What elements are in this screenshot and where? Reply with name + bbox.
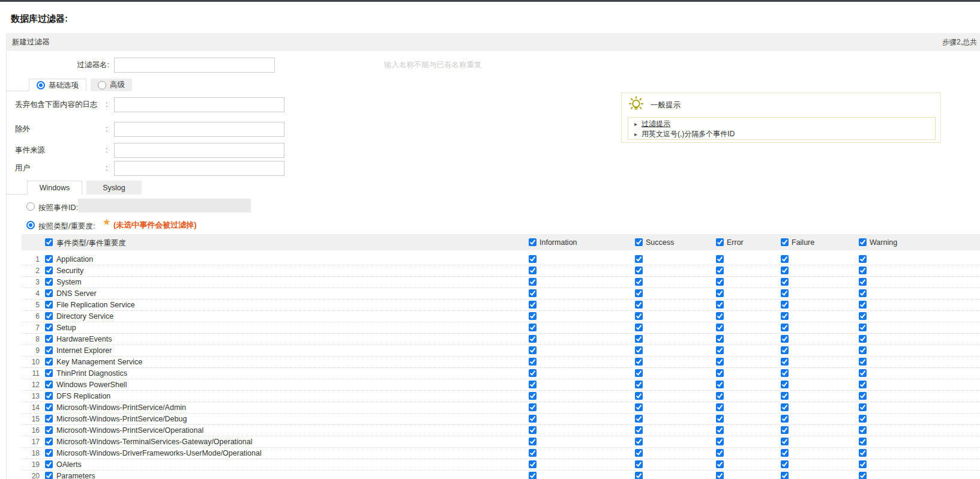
cell-checkbox-warning[interactable] [859, 312, 867, 320]
row-select-checkbox[interactable] [45, 381, 53, 388]
cell-checkbox-information[interactable] [529, 472, 537, 479]
cell-checkbox-information[interactable] [529, 346, 537, 354]
cell-checkbox-information[interactable] [529, 278, 537, 286]
cell-checkbox-warning[interactable] [859, 403, 867, 411]
cell-checkbox-information[interactable] [529, 460, 537, 468]
cell-checkbox-success[interactable] [635, 369, 643, 377]
cell-checkbox-failure[interactable] [781, 324, 789, 331]
cell-checkbox-failure[interactable] [781, 289, 789, 297]
filter-name-input[interactable] [114, 58, 275, 73]
col-error-checkbox[interactable] [716, 238, 724, 246]
cell-checkbox-information[interactable] [529, 392, 537, 400]
cell-checkbox-error[interactable] [716, 426, 724, 434]
row-select-checkbox[interactable] [45, 403, 53, 411]
row-select-checkbox[interactable] [45, 415, 53, 423]
cell-checkbox-error[interactable] [716, 278, 724, 286]
log-tab-windows[interactable]: Windows [27, 181, 82, 194]
cell-checkbox-information[interactable] [529, 324, 537, 331]
cell-checkbox-error[interactable] [716, 346, 724, 354]
cell-checkbox-error[interactable] [716, 369, 724, 377]
cell-checkbox-information[interactable] [529, 358, 537, 366]
cell-checkbox-failure[interactable] [781, 346, 789, 354]
cell-checkbox-information[interactable] [529, 312, 537, 320]
cell-checkbox-failure[interactable] [781, 415, 789, 423]
cell-checkbox-failure[interactable] [781, 301, 789, 309]
cell-checkbox-error[interactable] [716, 460, 724, 468]
cell-checkbox-failure[interactable] [781, 438, 789, 445]
cell-checkbox-error[interactable] [716, 289, 724, 297]
cell-checkbox-warning[interactable] [859, 267, 867, 274]
row-select-checkbox[interactable] [45, 267, 53, 274]
cell-checkbox-information[interactable] [529, 369, 537, 377]
cell-checkbox-error[interactable] [716, 472, 724, 479]
row-select-checkbox[interactable] [45, 460, 53, 468]
cell-checkbox-information[interactable] [529, 415, 537, 423]
cell-checkbox-error[interactable] [716, 267, 724, 274]
cell-checkbox-warning[interactable] [859, 324, 867, 331]
cell-checkbox-information[interactable] [529, 301, 537, 309]
cell-checkbox-warning[interactable] [859, 289, 867, 297]
row-select-checkbox[interactable] [45, 312, 53, 320]
cell-checkbox-success[interactable] [635, 358, 643, 366]
cell-checkbox-error[interactable] [716, 301, 724, 309]
cell-checkbox-success[interactable] [635, 289, 643, 297]
cell-checkbox-warning[interactable] [859, 426, 867, 434]
cell-checkbox-error[interactable] [716, 335, 724, 343]
col-warning-checkbox[interactable] [859, 238, 867, 246]
col-success-checkbox[interactable] [635, 238, 643, 246]
discard-contains-input[interactable] [114, 97, 284, 112]
cell-checkbox-warning[interactable] [859, 278, 867, 286]
row-select-checkbox[interactable] [45, 426, 53, 434]
cell-checkbox-warning[interactable] [859, 381, 867, 388]
row-select-checkbox[interactable] [45, 335, 53, 343]
cell-checkbox-failure[interactable] [781, 255, 789, 263]
cell-checkbox-success[interactable] [635, 267, 643, 274]
cell-checkbox-failure[interactable] [781, 381, 789, 388]
cell-checkbox-failure[interactable] [781, 267, 789, 274]
cell-checkbox-success[interactable] [635, 335, 643, 343]
cell-checkbox-failure[interactable] [781, 335, 789, 343]
cell-checkbox-error[interactable] [716, 449, 724, 457]
cell-checkbox-information[interactable] [529, 289, 537, 297]
cell-checkbox-success[interactable] [635, 426, 643, 434]
cell-checkbox-information[interactable] [529, 438, 537, 445]
except-input[interactable] [114, 122, 284, 137]
mode-tab-basic[interactable]: 基础选项 [29, 79, 86, 91]
cell-checkbox-warning[interactable] [859, 301, 867, 309]
cell-checkbox-error[interactable] [716, 438, 724, 445]
cell-checkbox-error[interactable] [716, 312, 724, 320]
cell-checkbox-warning[interactable] [859, 392, 867, 400]
cell-checkbox-error[interactable] [716, 392, 724, 400]
cell-checkbox-failure[interactable] [781, 460, 789, 468]
cell-checkbox-information[interactable] [529, 426, 537, 434]
cell-checkbox-warning[interactable] [859, 369, 867, 377]
cell-checkbox-warning[interactable] [859, 460, 867, 468]
row-select-checkbox[interactable] [45, 324, 53, 331]
by-event-id-radio[interactable] [26, 202, 35, 211]
cell-checkbox-warning[interactable] [859, 472, 867, 479]
cell-checkbox-success[interactable] [635, 438, 643, 445]
cell-checkbox-success[interactable] [635, 472, 643, 479]
cell-checkbox-error[interactable] [716, 324, 724, 331]
row-select-checkbox[interactable] [45, 438, 53, 445]
cell-checkbox-error[interactable] [716, 415, 724, 423]
cell-checkbox-error[interactable] [716, 381, 724, 388]
cell-checkbox-failure[interactable] [781, 312, 789, 320]
cell-checkbox-failure[interactable] [781, 358, 789, 366]
row-select-checkbox[interactable] [45, 392, 53, 400]
mode-tab-advanced[interactable]: 高级 [91, 79, 132, 91]
row-select-checkbox[interactable] [45, 346, 53, 354]
cell-checkbox-warning[interactable] [859, 449, 867, 457]
cell-checkbox-success[interactable] [635, 278, 643, 286]
row-select-checkbox[interactable] [45, 369, 53, 377]
cell-checkbox-warning[interactable] [859, 415, 867, 423]
col-failure-checkbox[interactable] [781, 238, 789, 246]
cell-checkbox-failure[interactable] [781, 426, 789, 434]
cell-checkbox-failure[interactable] [781, 278, 789, 286]
cell-checkbox-warning[interactable] [859, 335, 867, 343]
cell-checkbox-error[interactable] [716, 255, 724, 263]
cell-checkbox-failure[interactable] [781, 392, 789, 400]
row-select-checkbox[interactable] [45, 255, 53, 263]
cell-checkbox-information[interactable] [529, 267, 537, 274]
cell-checkbox-failure[interactable] [781, 369, 789, 377]
